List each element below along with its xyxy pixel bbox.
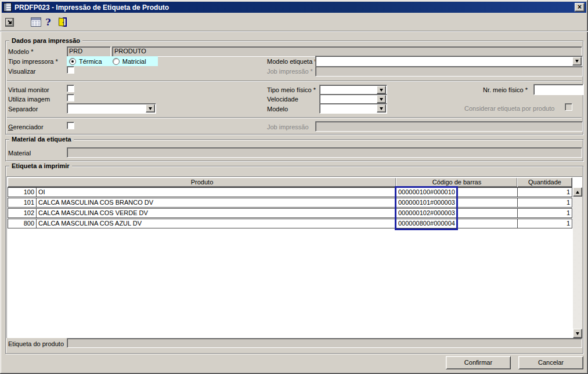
chevron-down-icon[interactable] [377,86,386,94]
grid-header-row: Produto Código de barras Quantidade [8,177,572,187]
shortcut-arrow-glyph [5,18,14,27]
shortcut-arrow-icon[interactable] [5,17,15,27]
considerar-etiqueta-label: Considerar etiqueta por produto [464,105,554,112]
section-divider [7,117,582,118]
cell-qty[interactable]: 1 [517,219,572,228]
modelo-etiqueta-label: Modelo etiqueta * [267,58,317,65]
help-glyph: ? [45,17,50,28]
separador-combobox[interactable] [67,103,156,114]
door-glyph [57,17,67,27]
section-divider [7,81,582,82]
virtual-monitor-label: Virtual monitor [8,86,49,93]
job-impressao-1-field [315,66,583,77]
tipo-meio-fisico-label: Tipo meio físico * [267,86,316,93]
window-title: PRDFP023 - Impressão de Etiqueta de Prod… [15,3,169,12]
cell-barcode[interactable]: 000000100#000010 [396,187,518,197]
vertical-scrollbar[interactable] [573,187,582,338]
scroll-up-icon[interactable] [573,187,582,197]
grid-glyph [31,17,41,27]
material-field [67,147,582,158]
chevron-down-icon[interactable] [572,57,582,66]
scroll-down-icon[interactable] [573,329,582,338]
job-impressao-2-label: Job impressão [267,124,309,130]
modelo-etiqueta-combobox[interactable] [315,56,583,67]
cell-barcode[interactable]: 000000800#000004 [396,219,518,228]
visualizar-label: Visualizar [8,68,36,75]
tipo-impressora-label: Tipo impressora * [8,58,58,65]
modelo-combobox[interactable] [319,103,387,114]
modelo-secondary-label: Modelo [267,106,288,112]
visualizar-checkbox[interactable] [67,66,74,74]
tipo-impressora-radiogroup: Térmica Matricial [67,56,158,66]
job-impressao-1-label: Job impressão * [267,68,313,75]
material-label: Material [8,150,31,157]
modelo-label: Modelo * [8,48,33,55]
considerar-etiqueta-checkbox [565,103,572,111]
nr-meio-fisico-input[interactable] [533,84,583,95]
cell-barcode[interactable]: 000000101#000003 [396,198,518,208]
table-row[interactable]: 100 OI 000000100#000010 1 [8,187,572,197]
grid-icon[interactable] [30,17,42,27]
confirm-button[interactable]: Confirmar [446,356,511,369]
radio-matricial-label: Matricial [122,58,146,65]
cell-code[interactable]: 101 [8,198,37,208]
exit-door-icon[interactable] [57,17,67,27]
group-etiqueta-legend: Etiqueta a imprimir [9,162,72,169]
velocidade-label: Velocidade [267,96,298,103]
cancel-button[interactable]: Cancelar [518,356,583,369]
cell-code[interactable]: 100 [8,187,37,197]
app-document-icon [3,3,12,12]
nr-meio-fisico-label: Nr. meio físico * [483,86,528,93]
cell-product[interactable]: OI [36,187,396,197]
cell-code[interactable]: 800 [8,219,37,228]
toolbar-separator [0,31,588,32]
utiliza-imagem-label: Utiliza imagem [8,96,50,103]
chevron-down-icon[interactable] [377,104,386,112]
radio-termica-label: Térmica [79,58,102,65]
table-row[interactable]: 102 CALCA MASCULINA COS VERDE DV 0000001… [8,208,572,218]
cell-code[interactable]: 102 [8,208,37,218]
table-row[interactable]: 800 CALCA MASCULINA COS AZUL DV 00000080… [8,219,572,228]
radio-termica[interactable] [69,58,76,65]
group-dados-legend: Dados para impressão [9,37,82,44]
radio-matricial[interactable] [113,58,120,65]
modelo-code-field[interactable]: PRD [67,46,111,57]
virtual-monitor-checkbox[interactable] [67,85,74,92]
column-header-quantidade[interactable]: Quantidade [517,177,572,187]
separador-label: Separador [8,106,38,112]
etiqueta-produto-field [67,338,582,348]
cell-qty[interactable]: 1 [517,208,572,218]
group-material-legend: Material da etiqueta [9,136,74,143]
job-impressao-2-field [315,121,583,132]
chevron-down-icon[interactable] [146,104,155,112]
close-button[interactable]: × [575,3,585,12]
etiqueta-produto-label: Etiqueta do produto [8,340,64,347]
chevron-down-icon[interactable] [377,95,386,103]
cell-qty[interactable]: 1 [517,187,572,197]
cell-barcode[interactable]: 000000102#000003 [396,208,518,218]
help-icon[interactable]: ? [44,17,52,27]
column-header-produto[interactable]: Produto [8,177,396,187]
cell-qty[interactable]: 1 [517,198,572,208]
cell-product[interactable]: CALCA MASCULINA COS VERDE DV [36,208,396,218]
app-window: PRDFP023 - Impressão de Etiqueta de Prod… [0,0,588,374]
title-bar: PRDFP023 - Impressão de Etiqueta de Prod… [2,2,586,13]
gerenciador-checkbox[interactable] [67,122,74,129]
column-header-codigo-barras[interactable]: Código de barras [396,177,518,187]
cell-product[interactable]: CALCA MASCULINA COS AZUL DV [36,219,396,228]
table-row[interactable]: 101 CALCA MASCULINA COS BRANCO DV 000000… [8,198,572,208]
gerenciador-label: Gerenciador [8,124,44,130]
utiliza-imagem-checkbox[interactable] [67,94,74,101]
cell-product[interactable]: CALCA MASCULINA COS BRANCO DV [36,198,396,208]
